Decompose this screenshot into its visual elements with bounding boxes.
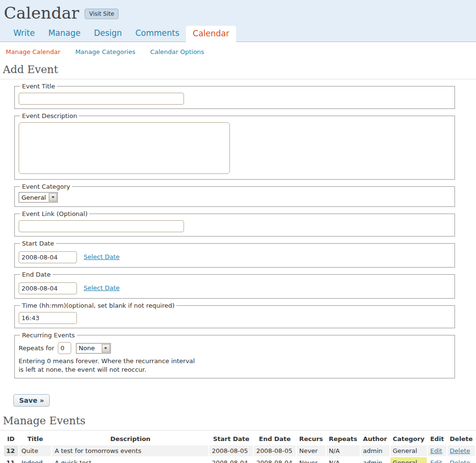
row-start-date: 2008-08-05 bbox=[209, 445, 253, 456]
row-recurs: Never bbox=[297, 445, 325, 456]
event-link-label: Event Link (Optional) bbox=[20, 210, 89, 217]
visit-site-button[interactable]: Visit Site bbox=[85, 9, 118, 19]
event-title-label: Event Title bbox=[20, 83, 57, 90]
column-header-start-date: Start Date bbox=[209, 433, 253, 444]
masthead: Calendar Visit Site bbox=[0, 2, 476, 24]
subnav-manage-calendar[interactable]: Manage Calendar bbox=[6, 48, 60, 55]
row-description: A quick test bbox=[52, 457, 208, 463]
row-title: Indeed bbox=[19, 457, 52, 463]
row-start-date: 2008-08-04 bbox=[209, 457, 253, 463]
row-author: admin bbox=[361, 445, 389, 456]
edit-link[interactable]: Edit bbox=[430, 459, 442, 463]
chevron-down-icon bbox=[49, 193, 57, 202]
time-label: Time (hh:mm)(optional, set blank if not … bbox=[20, 302, 176, 309]
event-description-label: Event Description bbox=[20, 112, 79, 119]
row-delete-cell: Delete bbox=[447, 445, 475, 456]
recurring-help-text: Entering 0 means forever. Where the recu… bbox=[19, 357, 451, 374]
recurring-help-line-2: is left at none, the event will not reoc… bbox=[19, 366, 451, 374]
column-header-description: Description bbox=[52, 433, 208, 444]
end-date-select-date-link[interactable]: Select Date bbox=[84, 284, 119, 291]
event-link-input[interactable] bbox=[19, 220, 184, 232]
end-date-fieldset: End Date Select Date bbox=[14, 271, 455, 299]
events-table-header: ID Title Description Start Date End Date… bbox=[4, 433, 475, 444]
row-description: A test for tomorrows events bbox=[52, 445, 208, 456]
start-date-fieldset: Start Date Select Date bbox=[14, 240, 455, 268]
column-header-recurs: Recurs bbox=[297, 433, 325, 444]
row-category: General bbox=[390, 445, 427, 456]
row-title: Quite bbox=[19, 445, 52, 456]
recurring-help-line-1: Entering 0 means forever. Where the recu… bbox=[19, 357, 451, 366]
event-category-fieldset: Event Category General bbox=[14, 183, 455, 207]
column-header-end-date: End Date bbox=[254, 433, 296, 444]
subnav-calendar-options[interactable]: Calendar Options bbox=[150, 48, 204, 55]
row-repeats: N/A bbox=[326, 445, 360, 456]
event-description-textarea[interactable] bbox=[19, 122, 230, 174]
row-recurs: Never bbox=[297, 457, 325, 463]
row-delete-cell: Delete bbox=[447, 457, 475, 463]
chevron-down-icon bbox=[102, 344, 110, 353]
page-title: Calendar bbox=[4, 4, 79, 22]
tab-design[interactable]: Design bbox=[87, 25, 129, 42]
admin-header: Calendar Visit Site Write Manage Design … bbox=[0, 0, 476, 42]
end-date-label: End Date bbox=[20, 271, 53, 278]
row-id: 12 bbox=[4, 445, 18, 456]
column-header-edit: Edit bbox=[428, 433, 446, 444]
recurring-events-label: Recurring Events bbox=[20, 332, 77, 339]
recurring-events-fieldset: Recurring Events Repeats for None Enteri… bbox=[14, 332, 455, 378]
manage-events-heading: Manage Events bbox=[0, 415, 476, 431]
subnav-manage-categories[interactable]: Manage Categories bbox=[75, 48, 135, 55]
column-header-category: Category bbox=[390, 433, 427, 444]
tab-comments[interactable]: Comments bbox=[129, 25, 186, 42]
row-category: General bbox=[390, 457, 427, 463]
repeats-count-input[interactable] bbox=[58, 342, 71, 354]
event-category-label: Event Category bbox=[20, 183, 72, 190]
tab-manage[interactable]: Manage bbox=[42, 25, 87, 42]
column-header-delete: Delete bbox=[447, 433, 475, 444]
edit-link[interactable]: Edit bbox=[430, 447, 442, 454]
save-button[interactable]: Save » bbox=[13, 394, 50, 407]
time-input[interactable] bbox=[19, 312, 77, 324]
recurrence-interval-select[interactable]: None bbox=[76, 343, 111, 354]
calendar-subnav: Manage Calendar Manage Categories Calend… bbox=[0, 42, 476, 55]
column-header-author: Author bbox=[361, 433, 389, 444]
row-author: admin bbox=[361, 457, 389, 463]
event-description-fieldset: Event Description bbox=[14, 112, 455, 180]
event-title-fieldset: Event Title bbox=[14, 83, 455, 109]
add-event-form: Event Title Event Description Event Cate… bbox=[14, 83, 455, 378]
row-edit-cell: Edit bbox=[428, 457, 446, 463]
column-header-id: ID bbox=[4, 433, 18, 444]
repeats-for-label: Repeats for bbox=[19, 345, 54, 352]
event-link-fieldset: Event Link (Optional) bbox=[14, 210, 455, 237]
events-table-body: 12QuiteA test for tomorrows events2008-0… bbox=[4, 445, 475, 463]
start-date-select-date-link[interactable]: Select Date bbox=[84, 253, 119, 260]
table-row: 11IndeedA quick test2008-08-042008-08-04… bbox=[4, 457, 475, 463]
delete-link[interactable]: Delete bbox=[450, 459, 470, 463]
row-repeats: N/A bbox=[326, 457, 360, 463]
row-end-date: 2008-08-05 bbox=[254, 445, 296, 456]
event-category-selected-value: General bbox=[19, 194, 48, 201]
column-header-repeats: Repeats bbox=[326, 433, 360, 444]
event-title-input[interactable] bbox=[19, 93, 184, 105]
end-date-input[interactable] bbox=[19, 282, 77, 294]
start-date-label: Start Date bbox=[20, 240, 56, 247]
column-header-title: Title bbox=[19, 433, 52, 444]
main-tab-bar: Write Manage Design Comments Calendar bbox=[0, 25, 476, 42]
tab-calendar[interactable]: Calendar bbox=[186, 26, 236, 42]
start-date-input[interactable] bbox=[19, 251, 77, 263]
add-event-heading: Add Event bbox=[0, 64, 476, 79]
event-category-select[interactable]: General bbox=[19, 192, 58, 203]
recurrence-interval-selected-value: None bbox=[76, 345, 101, 352]
tab-write[interactable]: Write bbox=[7, 25, 42, 42]
time-fieldset: Time (hh:mm)(optional, set blank if not … bbox=[14, 302, 455, 328]
row-id: 11 bbox=[4, 457, 18, 463]
delete-link[interactable]: Delete bbox=[450, 447, 470, 454]
table-row: 12QuiteA test for tomorrows events2008-0… bbox=[4, 445, 475, 456]
events-table: ID Title Description Start Date End Date… bbox=[3, 432, 476, 463]
row-end-date: 2008-08-04 bbox=[254, 457, 296, 463]
row-edit-cell: Edit bbox=[428, 445, 446, 456]
